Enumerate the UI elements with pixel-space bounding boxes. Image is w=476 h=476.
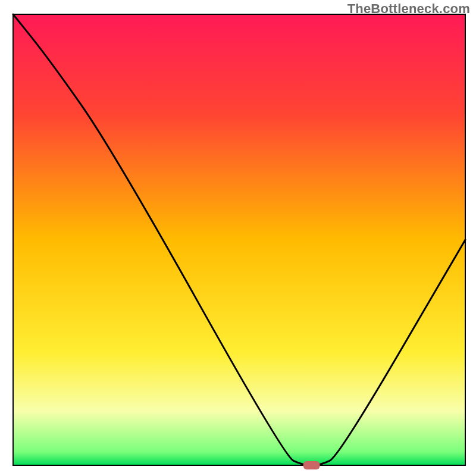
- watermark-text: TheBottleneck.com: [347, 1, 470, 17]
- plot-background: [13, 14, 465, 465]
- optimal-marker: [303, 461, 320, 469]
- bottleneck-chart: [0, 0, 476, 476]
- chart-container: TheBottleneck.com: [0, 0, 476, 476]
